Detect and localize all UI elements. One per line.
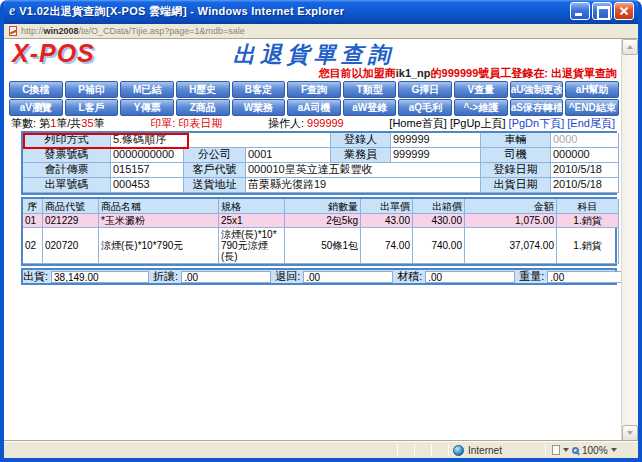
operator-info: 操作人: 999999 <box>268 116 344 131</box>
total-ship-value[interactable]: 38,149.00 <box>51 271 149 283</box>
reg-date-value[interactable]: 2010/5/18 <box>551 163 619 178</box>
magnifier-icon[interactable] <box>572 447 579 454</box>
items-table: 序 商品代號 商品名稱 規格 銷數量 出單價 出箱價 金額 科目 01 0212… <box>21 197 617 266</box>
row1-subject[interactable]: 1.銷貨 <box>557 214 619 228</box>
button-type[interactable]: T類型 <box>343 81 397 98</box>
button-force-edit[interactable]: aU強制更改 <box>510 81 564 98</box>
button-reprint[interactable]: P補印 <box>65 81 119 98</box>
button-end[interactable]: ^END結束 <box>565 99 619 116</box>
print-mode-value[interactable]: 5.條碼順序 <box>111 133 331 148</box>
button-closed[interactable]: M已結 <box>120 81 174 98</box>
button-pick-date[interactable]: G擇日 <box>398 81 452 98</box>
row1-spec[interactable]: 25x1 <box>219 214 285 228</box>
statusbar: Internet 100% <box>4 441 638 458</box>
nav-home-link[interactable]: [Home首頁] <box>389 116 446 131</box>
row1-unit-price[interactable]: 43.00 <box>361 214 413 228</box>
address-bar[interactable]: http://win2008/te/O_CData/Tijie.asp?page… <box>4 24 638 39</box>
ship-date-label: 出貨日期 <box>481 178 551 193</box>
row1-name[interactable]: *玉米澱粉 <box>99 214 219 228</box>
vehicle-label: 車輛 <box>481 133 551 148</box>
ship-date-value[interactable]: 2010/5/18 <box>551 178 619 193</box>
total-return: 退回: .00 <box>275 270 397 283</box>
total-ship: 出貨: 38,149.00 <box>23 270 153 283</box>
total-volume-value[interactable]: .00 <box>425 271 515 283</box>
address-value[interactable]: 苗栗縣光復路19 <box>246 178 481 193</box>
salesman-value[interactable]: 999999 <box>391 148 481 163</box>
button-voucher[interactable]: Y傳票 <box>120 99 174 116</box>
col-header-unit-price: 出單價 <box>361 199 413 214</box>
row1-code[interactable]: 021229 <box>43 214 99 228</box>
arrow-down-icon <box>627 431 633 435</box>
button-margin[interactable]: aQ毛利 <box>398 99 452 116</box>
order-no-value[interactable]: 000453 <box>111 178 184 193</box>
reg-date-label: 登錄日期 <box>481 163 551 178</box>
row1-box-price[interactable]: 430.00 <box>413 214 465 228</box>
button-help[interactable]: aH幫助 <box>565 81 619 98</box>
row2-name[interactable]: 涼煙(長)*10*790元 <box>99 228 219 264</box>
button-check-qty[interactable]: V查量 <box>454 81 508 98</box>
scroll-up-button[interactable] <box>622 39 638 55</box>
scroll-down-button[interactable] <box>622 425 638 441</box>
button-history[interactable]: H歷史 <box>176 81 230 98</box>
button-customer-set[interactable]: B客定 <box>232 81 286 98</box>
security-zone: Internet <box>449 442 545 458</box>
maximize-button[interactable] <box>592 2 612 20</box>
button-login[interactable]: aW登錄 <box>343 99 397 116</box>
zoom-caret-icon[interactable] <box>611 448 617 452</box>
customer-value[interactable]: 000010皇英立達五穀豐收 <box>246 163 481 178</box>
col-header-spec: 規格 <box>219 199 285 214</box>
total-return-value[interactable]: .00 <box>303 271 393 283</box>
record-status-row: 筆數: 第1筆/共35筆 印單: 印表日期 操作人: 999999 [Home首… <box>7 116 621 130</box>
row2-seq[interactable]: 02 <box>23 228 43 264</box>
row2-qty[interactable]: 50條1包 <box>285 228 361 264</box>
branch-value[interactable]: 0001 <box>246 148 331 163</box>
vertical-scrollbar[interactable] <box>621 39 638 441</box>
minimize-button[interactable] <box>570 2 590 20</box>
statusbar-message-area <box>4 442 397 458</box>
button-query[interactable]: F查詢 <box>287 81 341 98</box>
order-form: 列印方式 5.條碼順序 登錄人 999999 車輛 0000 發票號碼 0000… <box>21 131 617 195</box>
page-mode-icon[interactable] <box>552 445 560 455</box>
row2-box-price[interactable]: 740.00 <box>413 228 465 264</box>
close-button[interactable] <box>614 2 634 20</box>
zoom-level[interactable]: 100% <box>582 445 608 456</box>
vehicle-value[interactable]: 0000 <box>551 133 619 148</box>
row2-spec[interactable]: 涼煙(長)*10*790元涼煙(長) <box>219 228 285 264</box>
driver-value[interactable]: 000000 <box>551 148 619 163</box>
row1-amount[interactable]: 1,075.00 <box>465 214 557 228</box>
button-maintain[interactable]: ^->維護 <box>454 99 508 116</box>
col-header-subject: 科目 <box>557 199 619 214</box>
row1-qty[interactable]: 2包5kg <box>285 214 361 228</box>
total-return-label: 退回: <box>275 269 303 284</box>
button-customer[interactable]: L客戶 <box>65 99 119 116</box>
nav-pgup-link[interactable]: [PgUp上頁] <box>450 116 506 131</box>
total-weight-value[interactable]: .00 <box>547 271 621 283</box>
button-change-file[interactable]: C換檔 <box>9 81 63 98</box>
url-text[interactable]: http://win2008/te/O_CData/Tijie.asp?page… <box>21 26 245 36</box>
row2-unit-price[interactable]: 74.00 <box>361 228 413 264</box>
nav-pgdn-link[interactable]: [PgDn下頁] <box>509 116 565 131</box>
button-driver[interactable]: aA司機 <box>287 99 341 116</box>
login-person-value[interactable]: 999999 <box>391 133 481 148</box>
total-discount-value[interactable]: .00 <box>181 271 271 283</box>
voucher-value[interactable]: 015157 <box>111 163 184 178</box>
invoice-value[interactable]: 0000000000 <box>111 148 184 163</box>
button-product[interactable]: Z商品 <box>176 99 230 116</box>
row1-seq[interactable]: 01 <box>23 214 43 228</box>
dropdown-caret-icon[interactable] <box>563 448 569 452</box>
page-title: 出退貨單查詢 <box>177 41 451 67</box>
customer-label: 客戶代號 <box>184 163 246 178</box>
notice-account: ik1_np <box>396 67 431 79</box>
nav-end-link[interactable]: [End尾頁] <box>567 116 615 131</box>
print-mode-label: 列印方式 <box>23 133 111 148</box>
button-save-export[interactable]: aS保存轉檔 <box>510 99 564 116</box>
row2-subject[interactable]: 1.銷貨 <box>557 228 619 264</box>
row2-amount[interactable]: 37,074.00 <box>465 228 557 264</box>
zoom-control[interactable]: 100% <box>546 442 638 458</box>
button-browse[interactable]: aV瀏覽 <box>9 99 63 116</box>
total-weight-label: 重量: <box>519 269 547 284</box>
titlebar: e V1.02出退貨查詢[X-POS 雲端網] - Windows Intern… <box>4 0 638 24</box>
row2-code[interactable]: 020720 <box>43 228 99 264</box>
xpos-logo: X-POS <box>7 41 177 65</box>
button-sales[interactable]: W業務 <box>232 99 286 116</box>
